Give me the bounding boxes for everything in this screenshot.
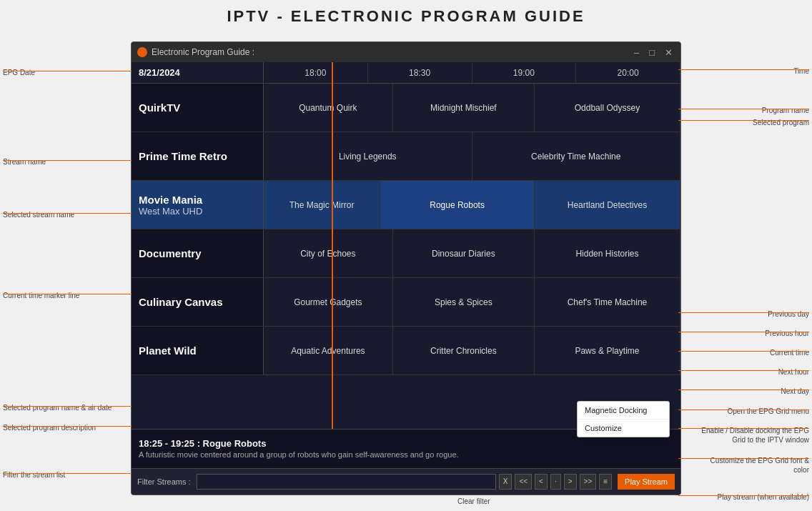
time-1900: 19:00 [472,62,577,83]
annot-time-marker: Current time marker line [3,292,79,299]
program-rows: QuirkTV Quantum Quirk Midnight Mischief … [132,84,680,375]
filter-bar: Filter Streams : X << < · > >> ≡ Play St… [132,468,680,495]
annot-next-day: Next day [781,387,809,395]
filter-menu-button[interactable]: ≡ [599,474,612,490]
time-header: 8/21/2024 18:00 18:30 19:00 20:00 [132,62,680,84]
filter-dot-button[interactable]: · [550,474,561,490]
filter-prev-day-button[interactable]: << [515,474,532,490]
annot-play-stream: Play stream (when available) [718,493,809,501]
program-selected[interactable]: Rogue Robots [380,181,535,229]
annot-current-time: Current time [770,349,809,357]
program[interactable]: Midnight Mischief [393,84,535,132]
channel-name: Planet Wild [132,327,264,374]
channel-row: Prime Time Retro Living Legends Celebrit… [132,132,680,181]
annot-selected-program: Selected program name & air date [3,404,112,412]
program[interactable]: Heartland Detectives [535,181,680,229]
program[interactable]: Living Legends [264,132,472,180]
filter-input[interactable] [197,474,496,490]
program[interactable]: Dinosaur Diaries [393,229,535,277]
annot-program-desc: Selected program description [3,424,96,432]
epg-date: 8/21/2024 [132,62,264,83]
epg-window: Electronic Program Guide : – □ ✕ 8/21/20… [131,41,681,495]
channel-name: Culinary Canvas [132,278,264,326]
annot-clear-filter: Clear filter [457,497,490,505]
filter-next-hour-button[interactable]: > [564,474,577,490]
time-2000: 20:00 [576,62,680,83]
programs: The Magic Mirror Rogue Robots Heartland … [264,181,680,229]
annot-open-menu: Open the EPG Grid menu [727,407,809,415]
channel-row: Planet Wild Aquatic Adventures Critter C… [132,327,680,375]
annot-customize-grid: Customize the EPG Grid font &color [710,456,809,475]
programs: Living Legends Celebrity Time Machine [264,132,680,180]
annot-selected-program-r: Selected program [753,118,809,127]
annot-stream-name: Stream name [3,158,46,166]
channel-row: QuirkTV Quantum Quirk Midnight Mischief … [132,84,680,132]
selected-program-time: 18:25 - 19:25 : Rogue Robots [139,438,673,449]
programs: Quantum Quirk Midnight Mischief Oddball … [264,84,680,132]
epg-grid: 8/21/2024 18:00 18:30 19:00 20:00 QuirkT… [132,62,680,429]
channel-name: Documentry [132,229,264,277]
program[interactable]: Spies & Spices [393,278,535,326]
programs: Aquatic Adventures Critter Chronicles Pa… [264,327,680,374]
window-title: Electronic Program Guide : [152,47,254,57]
selected-program-description: A futuristic movie centered around a gro… [139,450,673,459]
annot-next-hour: Next hour [778,368,809,376]
filter-prev-hour-button[interactable]: < [535,474,548,490]
program[interactable]: Chef's Time Machine [535,278,680,326]
time-1830: 18:30 [368,62,472,83]
annot-prev-hour: Previous hour [765,329,809,337]
minimize-button[interactable]: – [632,47,641,58]
context-menu: Magnetic Docking Customize [577,401,670,437]
programs: City of Echoes Dinosaur Diaries Hidden H… [264,229,680,277]
program[interactable]: Aquatic Adventures [264,327,393,374]
app-icon [137,47,147,57]
channel-name-main: Movie Mania [139,194,202,206]
channel-row-selected: Movie Mania West Max UHD The Magic Mirro… [132,181,680,229]
programs: Gourmet Gadgets Spies & Spices Chef's Ti… [264,278,680,326]
annot-selected-stream: Selected stream name [3,211,74,219]
ctx-customize[interactable]: Customize [578,420,669,437]
program[interactable]: City of Echoes [264,229,393,277]
channel-name-sub: West Max UHD [139,206,202,217]
program[interactable]: Oddball Odyssey [535,84,680,132]
channel-name: Prime Time Retro [132,132,264,180]
annot-program-name: Program name [762,106,809,114]
program[interactable]: Celebrity Time Machine [472,132,681,180]
annot-enable-docking: Enable / Disable docking the EPGGrid to … [701,426,809,445]
maximize-button[interactable]: □ [647,47,657,58]
program[interactable]: Paws & Playtime [535,327,680,374]
title-bar: Electronic Program Guide : – □ ✕ [132,42,680,62]
annot-filter-stream: Filter the stream list [3,471,65,479]
filter-next-day-button[interactable]: >> [580,474,597,490]
program[interactable]: Quantum Quirk [264,84,393,132]
close-button[interactable]: ✕ [663,47,675,58]
filter-label: Filter Streams : [137,477,191,486]
ctx-magnetic-docking[interactable]: Magnetic Docking [578,402,669,420]
channel-name: QuirkTV [132,84,264,132]
time-1800: 18:00 [264,62,368,83]
channel-row: Culinary Canvas Gourmet Gadgets Spies & … [132,278,680,327]
program[interactable]: Gourmet Gadgets [264,278,393,326]
program[interactable]: Hidden Histories [535,229,680,277]
channel-row: Documentry City of Echoes Dinosaur Diari… [132,229,680,278]
program[interactable]: Critter Chronicles [393,327,535,374]
annot-prev-day: Previous day [768,310,809,318]
play-stream-button[interactable]: Play Stream [618,474,675,490]
page-title: IPTV - ELECTRONIC PROGRAM GUIDE [0,0,812,31]
annot-epg-date: EPG Date [3,69,35,76]
channel-name-selected: Movie Mania West Max UHD [132,181,264,229]
filter-clear-button[interactable]: X [499,474,513,490]
program[interactable]: The Magic Mirror [264,181,380,229]
annot-time: Time [793,67,809,75]
